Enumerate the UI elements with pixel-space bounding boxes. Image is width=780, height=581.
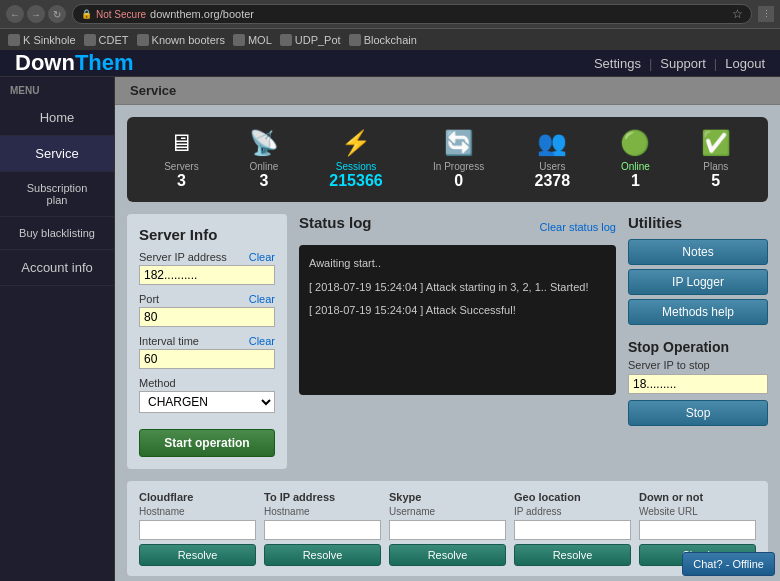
methods-help-button[interactable]: Methods help	[628, 299, 768, 325]
stat-online-value: 3	[249, 172, 279, 190]
star-icon: ☆	[732, 7, 743, 21]
stat-sessions-value: 215366	[329, 172, 382, 190]
ip-field-row: Server IP address Clear	[139, 251, 275, 285]
bookmark-sinkhole[interactable]: K Sinkhole	[8, 34, 76, 46]
stat-plans-label: Plans	[701, 161, 731, 172]
main-layout: MENU Home Service Subscription plan Buy …	[0, 77, 780, 581]
nav-links: Settings | Support | Logout	[594, 56, 765, 71]
stop-button[interactable]: Stop	[628, 400, 768, 426]
stat-online-label: Online	[249, 161, 279, 172]
port-input[interactable]	[139, 307, 275, 327]
logout-link[interactable]: Logout	[725, 56, 765, 71]
utilities-title: Utilities	[628, 214, 768, 231]
tool-skype-input[interactable]	[389, 520, 506, 540]
back-button[interactable]: ←	[6, 5, 24, 23]
browser-actions: ⋮	[758, 6, 774, 22]
sidebar-item-subscription[interactable]: Subscription plan	[0, 172, 114, 217]
stat-progress: 🔄 In Progress 0	[433, 129, 484, 190]
stat-sessions-label: Sessions	[329, 161, 382, 172]
bookmark-known-booters[interactable]: Known booters	[137, 34, 225, 46]
tool-ip-input[interactable]	[264, 520, 381, 540]
bookmark-udp-pot[interactable]: UDP_Pot	[280, 34, 341, 46]
online-icon: 📡	[249, 129, 279, 157]
address-bar[interactable]: 🔒 Not Secure downthem.org/booter ☆	[72, 4, 752, 24]
page-title: Service	[130, 83, 176, 98]
menu-button[interactable]: ⋮	[758, 6, 774, 22]
stat-progress-value: 0	[433, 172, 484, 190]
stat-plans: ✅ Plans 5	[701, 129, 731, 190]
stat-servers-label: Servers	[164, 161, 198, 172]
bottom-tools: Cloudflare Hostname Resolve To IP addres…	[127, 481, 768, 576]
tools-row: Cloudflare Hostname Resolve To IP addres…	[139, 491, 756, 566]
app-logo: DownThem	[15, 50, 134, 76]
tool-geo-btn[interactable]: Resolve	[514, 544, 631, 566]
sidebar-item-home[interactable]: Home	[0, 100, 114, 136]
port-label: Port Clear	[139, 293, 275, 305]
nav-buttons: ← → ↻	[6, 5, 66, 23]
bookmark-blockchain[interactable]: Blockchain	[349, 34, 417, 46]
ip-input[interactable]	[139, 265, 275, 285]
ip-logger-button[interactable]: IP Logger	[628, 269, 768, 295]
bookmark-icon	[8, 34, 20, 46]
tool-skype-btn[interactable]: Resolve	[389, 544, 506, 566]
stop-operation-title: Stop Operation	[628, 339, 768, 355]
tool-cf-input[interactable]	[139, 520, 256, 540]
bookmark-cdet[interactable]: CDET	[84, 34, 129, 46]
stat-sessions: ⚡ Sessions 215366	[329, 129, 382, 190]
bookmark-icon	[349, 34, 361, 46]
interval-clear-btn[interactable]: Clear	[249, 335, 275, 347]
interval-input[interactable]	[139, 349, 275, 369]
users-icon: 👥	[535, 129, 571, 157]
tool-cf-btn[interactable]: Resolve	[139, 544, 256, 566]
logo-them: Them	[75, 50, 134, 75]
ip-clear-btn[interactable]: Clear	[249, 251, 275, 263]
tool-skype-sublabel: Username	[389, 506, 506, 517]
tool-skype: Skype Username Resolve	[389, 491, 506, 566]
browser-toolbar: ← → ↻ 🔒 Not Secure downthem.org/booter ☆…	[0, 0, 780, 28]
sidebar-item-blacklist[interactable]: Buy blacklisting	[0, 217, 114, 250]
bookmark-icon	[280, 34, 292, 46]
online2-icon: 🟢	[620, 129, 650, 157]
sidebar-item-service[interactable]: Service	[0, 136, 114, 172]
start-operation-button[interactable]: Start operation	[139, 429, 275, 457]
log-area: Awaiting start.. [ 2018-07-19 15:24:04 ]…	[299, 245, 616, 395]
nav-sep2: |	[714, 56, 717, 71]
security-label: Not Secure	[96, 9, 146, 20]
support-link[interactable]: Support	[660, 56, 706, 71]
stop-ip-input[interactable]	[628, 374, 768, 394]
tool-ip-btn[interactable]: Resolve	[264, 544, 381, 566]
stat-servers-value: 3	[164, 172, 198, 190]
settings-link[interactable]: Settings	[594, 56, 641, 71]
tool-down-input[interactable]	[639, 520, 756, 540]
tool-geo: Geo location IP address Resolve	[514, 491, 631, 566]
url-text: downthem.org/booter	[150, 8, 254, 20]
method-label: Method	[139, 377, 275, 389]
port-clear-btn[interactable]: Clear	[249, 293, 275, 305]
chat-button[interactable]: Chat? - Offline	[682, 552, 775, 576]
refresh-button[interactable]: ↻	[48, 5, 66, 23]
utilities-panel: Utilities Notes IP Logger Methods help S…	[628, 214, 768, 469]
app-container: DownThem Settings | Support | Logout MEN…	[0, 50, 780, 581]
tool-down-label: Down or not	[639, 491, 756, 503]
tool-skype-label: Skype	[389, 491, 506, 503]
clear-status-link[interactable]: Clear status log	[540, 221, 616, 233]
stat-users-label: Users	[535, 161, 571, 172]
tool-geo-label: Geo location	[514, 491, 631, 503]
tool-geo-input[interactable]	[514, 520, 631, 540]
forward-button[interactable]: →	[27, 5, 45, 23]
stat-plans-value: 5	[701, 172, 731, 190]
ip-label: Server IP address Clear	[139, 251, 275, 263]
tool-cloudflare: Cloudflare Hostname Resolve	[139, 491, 256, 566]
method-select[interactable]: CHARGEN UDP TCP HTTP	[139, 391, 275, 413]
page-header: Service	[115, 77, 780, 105]
bookmark-mol[interactable]: MOL	[233, 34, 272, 46]
log-entry-0: Awaiting start..	[309, 255, 606, 273]
tool-geo-sublabel: IP address	[514, 506, 631, 517]
tool-ip-label: To IP address	[264, 491, 381, 503]
bookmark-icon	[137, 34, 149, 46]
sidebar-item-account[interactable]: Account info	[0, 250, 114, 286]
server-info-panel: Server Info Server IP address Clear Port…	[127, 214, 287, 469]
server-icon: 🖥	[164, 129, 198, 157]
browser-chrome: ← → ↻ 🔒 Not Secure downthem.org/booter ☆…	[0, 0, 780, 50]
notes-button[interactable]: Notes	[628, 239, 768, 265]
